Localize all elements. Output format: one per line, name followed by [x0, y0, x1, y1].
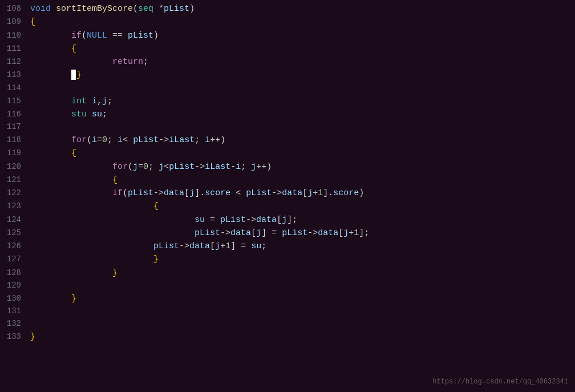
line-number: 126 [5, 240, 30, 253]
line-number: 133 [5, 331, 30, 343]
text-cursor [71, 70, 76, 80]
code-line-126: 126 pList->data[j+1] = su; [0, 240, 575, 253]
line-number: 130 [5, 293, 30, 305]
line-number: 131 [5, 305, 30, 318]
line-content: pList->data[j] = pList->data[j+1]; [30, 227, 369, 240]
line-number: 132 [5, 318, 30, 330]
line-content: return; [30, 55, 148, 68]
code-line-114: 114 [0, 82, 575, 95]
line-content: } [30, 330, 35, 343]
line-number: 121 [5, 174, 30, 187]
line-number: 127 [5, 253, 30, 266]
line-number: 112 [5, 56, 30, 68]
code-line-109: 109 { [0, 15, 575, 29]
line-number: 124 [5, 214, 30, 227]
code-line-117: 117 [0, 121, 575, 134]
line-content: { [30, 147, 76, 160]
line-content: for(j=0; j<pList->iLast-i; j++) [30, 160, 272, 173]
line-number: 128 [5, 267, 30, 280]
code-line-131: 131 [0, 305, 575, 318]
line-content: } [30, 292, 76, 305]
code-line-115: 115 int i,j; [0, 95, 575, 108]
line-content: { [30, 42, 76, 55]
code-line-133: 133 } [0, 330, 575, 343]
line-number: 118 [5, 134, 30, 147]
line-content: if(NULL == pList) [30, 29, 159, 42]
code-line-113: 113 } [0, 68, 575, 82]
line-number: 122 [5, 187, 30, 200]
line-number: 111 [5, 43, 30, 55]
code-line-123: 123 { [0, 200, 575, 213]
code-line-125: 125 pList->data[j] = pList->data[j+1]; [0, 227, 575, 240]
line-number: 109 [5, 16, 30, 29]
line-content: pList->data[j+1] = su; [30, 240, 266, 253]
code-line-111: 111 { [0, 42, 575, 55]
code-line-124: 124 su = pList->data[j]; [0, 213, 575, 227]
line-number: 108 [5, 3, 30, 15]
code-editor: 108 void sortItemByScore(seq *pList) 109… [0, 0, 575, 392]
line-content: su = pList->data[j]; [30, 213, 297, 227]
line-content: { [30, 173, 118, 187]
line-content: { [30, 15, 35, 29]
line-content: } [30, 266, 118, 280]
line-number: 116 [5, 108, 30, 121]
code-line-128: 128 } [0, 266, 575, 280]
line-number: 115 [5, 95, 30, 108]
code-line-119: 119 { [0, 147, 575, 160]
line-content: for(i=0; i< pList->iLast; i++) [30, 134, 225, 147]
line-number: 120 [5, 161, 30, 173]
code-line-108: 108 void sortItemByScore(seq *pList) [0, 2, 575, 15]
line-content: } [30, 68, 82, 82]
code-line-118: 118 for(i=0; i< pList->iLast; i++) [0, 134, 575, 147]
line-number: 113 [5, 69, 30, 82]
code-line-132: 132 [0, 318, 575, 330]
code-line-121: 121 { [0, 173, 575, 187]
code-line-112: 112 return; [0, 55, 575, 68]
line-content: int i,j; [30, 95, 112, 108]
code-line-127: 127 } [0, 253, 575, 266]
code-line-122: 122 if(pList->data[j].score < pList->dat… [0, 187, 575, 200]
line-number: 110 [5, 30, 30, 42]
line-content: if(pList->data[j].score < pList->data[j+… [30, 187, 364, 200]
code-line-120: 120 for(j=0; j<pList->iLast-i; j++) [0, 160, 575, 173]
watermark: https://blog.csdn.net/qq_40632341 [432, 377, 568, 387]
line-number: 117 [5, 121, 30, 134]
line-content: { [30, 200, 159, 213]
code-line-130: 130 } [0, 292, 575, 305]
code-line-116: 116 stu su; [0, 108, 575, 121]
line-content: stu su; [30, 108, 107, 121]
line-number: 123 [5, 200, 30, 213]
line-content: } [30, 253, 159, 266]
line-number: 129 [5, 280, 30, 292]
code-line-110: 110 if(NULL == pList) [0, 29, 575, 42]
line-number: 119 [5, 147, 30, 160]
line-content: void sortItemByScore(seq *pList) [30, 2, 195, 15]
line-number: 125 [5, 227, 30, 240]
code-line-129: 129 [0, 280, 575, 292]
line-number: 114 [5, 82, 30, 95]
